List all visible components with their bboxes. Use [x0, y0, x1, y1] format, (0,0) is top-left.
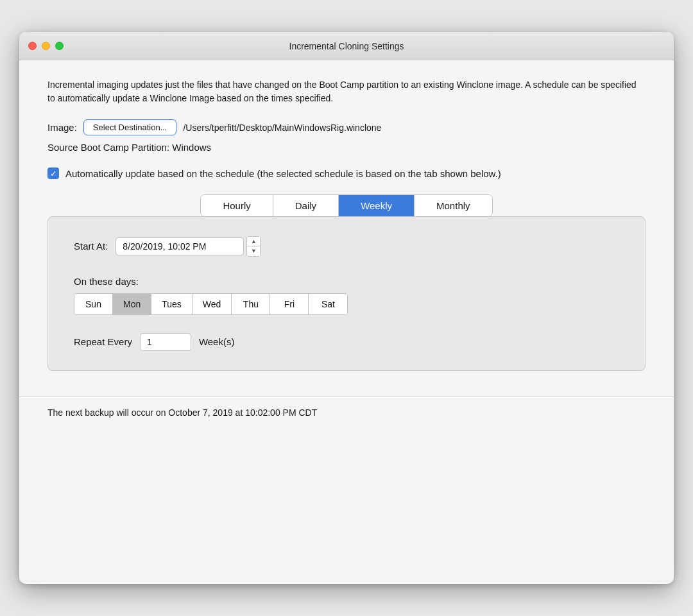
repeat-every-label: Repeat Every — [74, 336, 132, 347]
traffic-lights — [28, 42, 64, 50]
days-selector: Sun Mon Tues Wed Thu Fri Sat — [74, 293, 348, 315]
datetime-wrapper: ▲ ▼ — [116, 236, 261, 257]
auto-update-checkbox[interactable]: ✓ — [47, 167, 59, 179]
schedule-section: Hourly Daily Weekly Monthly Start At: ▲ … — [47, 194, 646, 371]
app-window: Incremental Cloning Settings Incremental… — [19, 32, 674, 584]
maximize-button[interactable] — [55, 42, 64, 50]
select-destination-button[interactable]: Select Destination... — [83, 119, 177, 135]
repeat-row: Repeat Every Week(s) — [74, 333, 619, 351]
day-thu[interactable]: Thu — [232, 294, 270, 314]
day-sun[interactable]: Sun — [74, 294, 113, 314]
day-tues[interactable]: Tues — [151, 294, 193, 314]
partition-label: Source Boot Camp Partition: — [47, 142, 169, 153]
on-these-days-label: On these days: — [74, 276, 619, 287]
close-button[interactable] — [28, 42, 37, 50]
image-label: Image: — [47, 122, 77, 133]
description-text: Incremental imaging updates just the fil… — [47, 78, 646, 105]
start-at-label: Start At: — [74, 241, 108, 252]
tab-daily[interactable]: Daily — [273, 195, 339, 216]
stepper-down-button[interactable]: ▼ — [247, 246, 260, 256]
schedule-panel: Start At: ▲ ▼ On these days: Sun Mon — [47, 216, 646, 371]
partition-value: Windows — [172, 142, 211, 153]
datetime-stepper: ▲ ▼ — [246, 236, 261, 257]
day-sat[interactable]: Sat — [309, 294, 347, 314]
image-row: Image: Select Destination... /Users/tper… — [47, 119, 646, 135]
titlebar: Incremental Cloning Settings — [19, 32, 674, 60]
day-fri[interactable]: Fri — [270, 294, 309, 314]
status-text: The next backup will occur on October 7,… — [47, 407, 317, 418]
auto-update-label: Automatically update based on the schedu… — [65, 167, 501, 182]
status-bar: The next backup will occur on October 7,… — [19, 397, 674, 428]
datetime-input[interactable] — [116, 237, 244, 255]
image-path: /Users/tperfitt/Desktop/MainWindowsRig.w… — [183, 123, 381, 133]
on-these-days-section: On these days: Sun Mon Tues Wed Thu Fri … — [74, 276, 619, 315]
repeat-unit: Week(s) — [199, 336, 235, 347]
repeat-input[interactable] — [140, 333, 191, 351]
tab-monthly[interactable]: Monthly — [415, 195, 492, 216]
tabs-container: Hourly Daily Weekly Monthly — [200, 194, 492, 217]
stepper-up-button[interactable]: ▲ — [247, 237, 260, 246]
start-at-row: Start At: ▲ ▼ — [74, 236, 619, 257]
main-content: Incremental imaging updates just the fil… — [19, 60, 674, 390]
tab-row: Hourly Daily Weekly Monthly — [47, 194, 646, 217]
auto-update-row: ✓ Automatically update based on the sche… — [47, 167, 646, 182]
tab-weekly[interactable]: Weekly — [339, 195, 415, 216]
tab-hourly[interactable]: Hourly — [201, 195, 273, 216]
day-mon[interactable]: Mon — [113, 294, 151, 314]
partition-row: Source Boot Camp Partition: Windows — [47, 142, 646, 153]
checkmark-icon: ✓ — [50, 169, 57, 178]
minimize-button[interactable] — [42, 42, 50, 50]
day-wed[interactable]: Wed — [193, 294, 232, 314]
window-title: Incremental Cloning Settings — [289, 41, 404, 51]
